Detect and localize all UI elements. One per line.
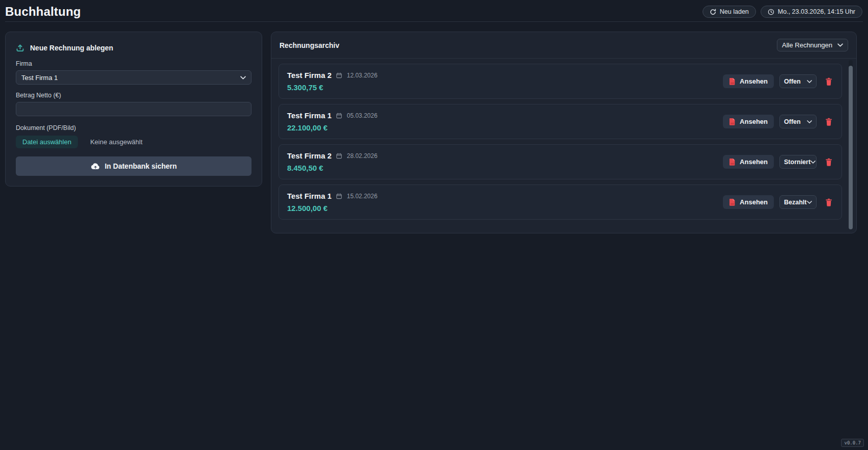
invoice-company: Test Firma 1 — [287, 192, 331, 200]
view-invoice-label: Ansehen — [740, 77, 768, 85]
invoice-actions: Ansehen Storniert — [723, 155, 833, 169]
calendar-icon — [336, 153, 342, 159]
chevron-down-icon — [807, 80, 812, 83]
chevron-down-icon — [240, 76, 246, 80]
archive-scrollbar[interactable] — [849, 60, 853, 229]
invoice-row: Test Firma 2 12.03.2026 5.300,75 € Anseh… — [278, 64, 842, 99]
invoice-status-select[interactable]: Offen — [779, 115, 817, 128]
invoice-status-value: Storniert — [784, 158, 810, 166]
page-title: Buchhaltung — [5, 5, 81, 19]
company-select[interactable]: Test Firma 1 — [16, 70, 251, 85]
chevron-down-icon — [807, 120, 812, 123]
view-invoice-label: Ansehen — [740, 118, 768, 125]
file-input-row: Datei auswählen Keine ausgewählt — [16, 136, 251, 148]
invoice-actions: Ansehen Offen — [723, 74, 833, 88]
pdf-file-icon — [729, 158, 736, 166]
company-select-value: Test Firma 1 — [21, 74, 58, 82]
pdf-file-icon — [729, 118, 736, 125]
form-title: Neue Rechnung ablegen — [30, 44, 113, 52]
invoice-actions: Ansehen Offen — [723, 115, 833, 128]
pdf-file-icon — [729, 198, 736, 206]
archive-scrollbar-thumb[interactable] — [849, 66, 853, 229]
choose-file-button[interactable]: Datei auswählen — [16, 136, 78, 148]
datetime-label: Mo., 23.03.2026, 14:15 Uhr — [778, 8, 855, 15]
delete-invoice-button[interactable] — [824, 197, 833, 207]
invoice-status-value: Offen — [784, 118, 801, 125]
invoice-date: 12.03.2026 — [347, 72, 377, 79]
datetime-button[interactable]: Mo., 23.03.2026, 14:15 Uhr — [761, 6, 862, 18]
invoice-list: Test Firma 2 12.03.2026 5.300,75 € Anseh… — [271, 59, 856, 233]
view-invoice-button[interactable]: Ansehen — [723, 74, 774, 88]
upload-icon — [16, 43, 24, 52]
invoice-company: Test Firma 2 — [287, 71, 331, 80]
amount-label: Betrag Netto (€) — [16, 92, 251, 99]
reload-label: Neu laden — [720, 8, 749, 15]
file-status-text: Keine ausgewählt — [90, 138, 143, 146]
document-label: Dokument (PDF/Bild) — [16, 124, 251, 131]
company-label: Firma — [16, 60, 251, 67]
delete-invoice-button[interactable] — [824, 76, 833, 87]
invoice-row: Test Firma 2 28.02.2026 8.450,50 € Anseh… — [278, 144, 842, 179]
view-invoice-button[interactable]: Ansehen — [723, 155, 774, 169]
archive-filter-select[interactable]: Alle Rechnungen — [777, 39, 848, 51]
invoice-status-value: Offen — [784, 78, 801, 85]
invoice-info: Test Firma 2 12.03.2026 5.300,75 € — [287, 71, 377, 92]
invoice-company: Test Firma 2 — [287, 151, 331, 160]
view-invoice-button[interactable]: Ansehen — [723, 115, 774, 128]
pdf-file-icon — [729, 77, 736, 85]
invoice-status-value: Bezahlt — [784, 199, 806, 206]
invoice-archive-panel: Rechnungsarchiv Alle Rechnungen Test Fir… — [271, 32, 857, 233]
archive-header: Rechnungsarchiv Alle Rechnungen — [271, 32, 856, 59]
calendar-icon — [336, 193, 342, 199]
calendar-icon — [336, 113, 342, 119]
main: Neue Rechnung ablegen Firma Test Firma 1… — [0, 22, 868, 233]
invoice-company: Test Firma 1 — [287, 111, 331, 120]
calendar-icon — [336, 72, 342, 78]
invoice-status-select[interactable]: Offen — [779, 74, 817, 88]
invoice-info: Test Firma 2 28.02.2026 8.450,50 € — [287, 151, 377, 172]
refresh-icon — [710, 9, 716, 15]
new-invoice-panel: Neue Rechnung ablegen Firma Test Firma 1… — [5, 32, 262, 187]
invoice-amount: 12.500,00 € — [287, 204, 377, 213]
view-invoice-label: Ansehen — [740, 158, 768, 166]
invoice-actions: Ansehen Bezahlt — [723, 195, 833, 209]
chevron-down-icon — [837, 43, 843, 47]
delete-invoice-button[interactable] — [824, 157, 833, 167]
invoice-date: 28.02.2026 — [347, 152, 377, 160]
save-button-label: In Datenbank sichern — [105, 162, 177, 170]
clock-icon — [768, 9, 774, 15]
archive-filter-value: Alle Rechnungen — [782, 41, 832, 49]
archive-title: Rechnungsarchiv — [279, 41, 339, 49]
amount-input[interactable] — [16, 102, 251, 116]
cloud-upload-icon — [91, 163, 100, 170]
save-to-database-button[interactable]: In Datenbank sichern — [16, 156, 251, 176]
reload-button[interactable]: Neu laden — [703, 6, 756, 18]
delete-invoice-button[interactable] — [824, 117, 833, 127]
invoice-info: Test Firma 1 05.03.2026 22.100,00 € — [287, 111, 377, 132]
invoice-row: Test Firma 1 15.02.2026 12.500,00 € Anse… — [278, 184, 842, 220]
invoice-amount: 8.450,50 € — [287, 164, 377, 172]
chevron-down-icon — [810, 161, 816, 164]
invoice-amount: 5.300,75 € — [287, 83, 377, 92]
invoice-info: Test Firma 1 15.02.2026 12.500,00 € — [287, 192, 377, 213]
invoice-status-select[interactable]: Bezahlt — [779, 195, 817, 209]
form-title-row: Neue Rechnung ablegen — [16, 43, 251, 52]
view-invoice-label: Ansehen — [740, 198, 768, 206]
version-badge: v0.0.7 — [841, 439, 864, 447]
invoice-row: Test Firma 1 05.03.2026 22.100,00 € Anse… — [278, 104, 842, 139]
invoice-date: 05.03.2026 — [347, 112, 377, 119]
view-invoice-button[interactable]: Ansehen — [723, 195, 774, 209]
invoice-date: 15.02.2026 — [347, 193, 377, 200]
topbar-actions: Neu laden Mo., 23.03.2026, 14:15 Uhr — [703, 6, 862, 18]
invoice-amount: 22.100,00 € — [287, 123, 377, 132]
topbar: Buchhaltung Neu laden Mo., 23.03.2026, 1… — [0, 0, 868, 21]
chevron-down-icon — [807, 201, 812, 204]
invoice-status-select[interactable]: Storniert — [779, 155, 817, 169]
